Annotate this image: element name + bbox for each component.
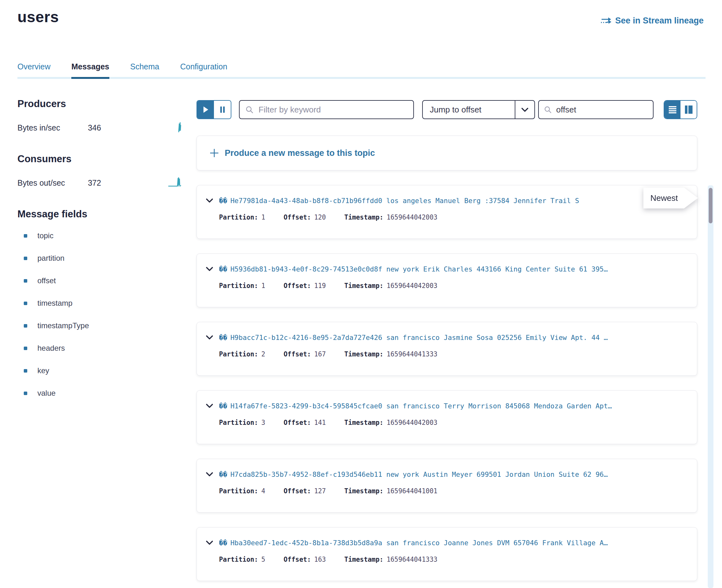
- message-key-text: H14fa67fe-5823-4299-b3c4-595845cfcae0 sa…: [230, 402, 612, 410]
- offset-field: Offset:167: [284, 350, 326, 358]
- field-item-headers[interactable]: headers: [17, 344, 182, 353]
- message-fields-list: topic partition offset timestamp timesta…: [17, 231, 182, 398]
- chevron-down-icon[interactable]: [206, 404, 213, 408]
- message-card[interactable]: ��H5936db81-b943-4e0f-8c29-74513e0c0d8f …: [197, 253, 697, 307]
- field-item-offset[interactable]: offset: [17, 276, 182, 285]
- column-view-icon: [685, 105, 693, 114]
- page-title: users: [17, 8, 59, 26]
- tab-overview[interactable]: Overview: [17, 62, 50, 79]
- pause-button[interactable]: [214, 101, 231, 119]
- tab-messages[interactable]: Messages: [71, 62, 109, 79]
- newest-tooltip-flag: Newest: [643, 188, 698, 208]
- keyword-filter-field[interactable]: [239, 100, 414, 119]
- message-card[interactable]: ��He77981da-4a43-48ab-b8f8-cb71b96ffdd0 …: [197, 185, 697, 239]
- search-icon: [544, 105, 552, 114]
- message-card[interactable]: ��H9bacc71c-b12c-4216-8e95-2a7da727e426 …: [197, 322, 697, 376]
- key-bytes-icon: ��: [219, 197, 227, 205]
- chevron-down-icon[interactable]: [206, 335, 213, 340]
- play-button[interactable]: [197, 101, 214, 119]
- key-bytes-icon: ��: [219, 539, 227, 547]
- consumers-heading: Consumers: [17, 153, 182, 165]
- timestamp-field: Timestamp:1659644041333: [344, 350, 437, 358]
- bytes-in-value: 346: [88, 123, 118, 132]
- jump-select-value: Jump to offset: [423, 101, 515, 119]
- offset-field: Offset:141: [284, 419, 326, 426]
- search-icon: [245, 105, 253, 114]
- key-bytes-icon: ��: [219, 334, 227, 341]
- field-label: offset: [37, 276, 56, 285]
- field-item-key[interactable]: key: [17, 366, 182, 375]
- field-label: timestamp: [37, 299, 73, 308]
- tab-schema[interactable]: Schema: [130, 62, 160, 79]
- field-label: value: [37, 389, 56, 398]
- field-item-partition[interactable]: partition: [17, 254, 182, 262]
- messages-panel: Jump to offset: [197, 95, 697, 581]
- field-item-timestampType[interactable]: timestampType: [17, 321, 182, 330]
- chevron-down-icon[interactable]: [206, 541, 213, 545]
- produce-message-button[interactable]: Produce a new message to this topic: [197, 135, 697, 170]
- message-fields-heading: Message fields: [17, 208, 182, 220]
- partition-field: Partition:5: [219, 556, 265, 563]
- offset-field: Offset:120: [284, 213, 326, 221]
- chevron-down-icon: [521, 107, 529, 112]
- produce-button-label: Produce a new message to this topic: [225, 148, 375, 158]
- bytes-out-sparkline: [168, 176, 182, 189]
- key-bytes-icon: ��: [219, 402, 227, 410]
- chevron-down-icon[interactable]: [206, 472, 213, 477]
- field-item-timestamp[interactable]: timestamp: [17, 299, 182, 308]
- message-key-text: He77981da-4a43-48ab-b8f8-cb71b96ffdd0 lo…: [230, 197, 579, 205]
- square-bullet-icon: [24, 346, 27, 350]
- field-item-topic[interactable]: topic: [17, 231, 182, 240]
- lineage-arrows-icon: [601, 17, 612, 25]
- partition-field: Partition:1: [219, 282, 265, 290]
- timestamp-field: Timestamp:1659644042003: [344, 419, 437, 426]
- messages-toolbar: Jump to offset: [197, 100, 697, 119]
- chevron-down-icon[interactable]: [206, 267, 213, 272]
- key-bytes-icon: ��: [219, 265, 227, 273]
- message-card[interactable]: ��Hba30eed7-1edc-452b-8b1a-738d3b5d8a9a …: [197, 527, 697, 581]
- timestamp-field: Timestamp:1659644041333: [344, 556, 437, 563]
- offset-search-field[interactable]: [538, 100, 654, 119]
- keyword-filter-input[interactable]: [258, 105, 408, 115]
- message-key-text: Hba30eed7-1edc-452b-8b1a-738d3b5d8a9a sa…: [230, 539, 608, 547]
- message-card[interactable]: ��H14fa67fe-5823-4299-b3c4-595845cfcae0 …: [197, 390, 697, 444]
- play-pause-group: [197, 100, 231, 119]
- bytes-in-sparkline: [168, 121, 182, 134]
- tab-configuration[interactable]: Configuration: [180, 62, 227, 79]
- partition-field: Partition:1: [219, 213, 265, 221]
- field-label: topic: [37, 231, 54, 240]
- field-label: partition: [37, 254, 64, 262]
- partition-field: Partition:4: [219, 487, 265, 495]
- square-bullet-icon: [24, 257, 27, 260]
- pause-icon: [220, 106, 225, 113]
- sidebar: Producers Bytes in/sec 346 Consumers Byt…: [17, 98, 182, 411]
- field-item-value[interactable]: value: [17, 389, 182, 398]
- scrollbar-thumb[interactable]: [709, 188, 713, 223]
- timestamp-field: Timestamp:1659644042003: [344, 282, 437, 290]
- offset-search-input[interactable]: [556, 105, 648, 115]
- stream-lineage-link[interactable]: See in Stream lineage: [601, 16, 704, 26]
- partition-field: Partition:3: [219, 419, 265, 426]
- offset-field: Offset:119: [284, 282, 326, 290]
- bytes-in-metric: Bytes in/sec 346: [17, 121, 182, 132]
- field-label: headers: [37, 344, 65, 353]
- column-view-button[interactable]: [680, 101, 697, 119]
- chevron-down-icon[interactable]: [206, 198, 213, 203]
- list-view-icon: [668, 106, 677, 113]
- timestamp-field: Timestamp:1659644042003: [344, 213, 437, 221]
- bytes-out-metric: Bytes out/sec 372: [17, 176, 182, 188]
- bytes-out-label: Bytes out/sec: [17, 178, 88, 188]
- plus-icon: [209, 148, 219, 158]
- message-card[interactable]: ��H7cda825b-35b7-4952-88ef-c193d546eb11 …: [197, 459, 697, 512]
- offset-field: Offset:163: [284, 556, 326, 563]
- square-bullet-icon: [24, 301, 27, 305]
- select-caret-section[interactable]: [515, 101, 534, 119]
- jump-to-offset-select[interactable]: Jump to offset: [422, 100, 535, 119]
- scrollbar-track[interactable]: [708, 185, 714, 588]
- square-bullet-icon: [24, 324, 27, 328]
- square-bullet-icon: [24, 392, 27, 395]
- list-view-button[interactable]: [664, 101, 680, 119]
- tab-bar: Overview Messages Schema Configuration: [17, 62, 705, 79]
- timestamp-field: Timestamp:1659644041001: [344, 487, 437, 495]
- play-icon: [203, 106, 209, 113]
